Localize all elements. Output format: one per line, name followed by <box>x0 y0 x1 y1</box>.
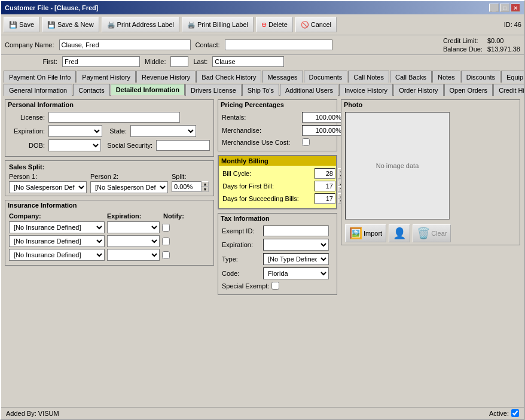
pricing-panel: Pricing Percentages Rentals: ▲ ▼ Merchan… <box>218 99 337 151</box>
tab-payment-on-file[interactable]: Payment On File Info <box>4 71 76 83</box>
person2-field[interactable]: [No Salesperson Defin...] <box>90 181 168 193</box>
tab-equipment[interactable]: Equipment <box>501 71 525 83</box>
company-name-label: Company Name: <box>5 41 54 48</box>
person1-label: Person 1: <box>9 173 87 180</box>
tab-documents[interactable]: Documents <box>304 71 348 83</box>
tax-panel: Tax Information Exempt ID: Expiration: T… <box>218 213 337 295</box>
split-field[interactable] <box>172 181 202 192</box>
cancel-icon: 🚫 <box>301 21 309 29</box>
insurance-notify-2[interactable] <box>162 238 170 245</box>
split-down[interactable]: ▼ <box>202 187 209 192</box>
tab-notes[interactable]: Notes <box>432 71 460 83</box>
balance-due-value: $13,971.38 <box>487 45 520 53</box>
state-field[interactable] <box>130 125 196 137</box>
first-name-field[interactable] <box>62 56 140 67</box>
tab-open-orders[interactable]: Open Orders <box>444 84 493 96</box>
insurance-company-1[interactable]: [No Insurance Defined] <box>9 221 105 233</box>
split-up[interactable]: ▲ <box>202 181 209 187</box>
license-field[interactable] <box>48 112 180 123</box>
tab-invoice-history[interactable]: Invoice History <box>339 84 393 96</box>
tab-general-information[interactable]: General Information <box>4 84 72 96</box>
person2-label: Person 2: <box>90 173 168 180</box>
tax-expiration-field[interactable] <box>263 239 329 251</box>
insurance-company-2[interactable]: [No Insurance Defined] <box>9 235 105 247</box>
save-new-button[interactable]: 💾 Save & New <box>42 17 99 32</box>
maximize-button[interactable]: □ <box>500 4 509 12</box>
close-button[interactable]: ✕ <box>511 4 520 12</box>
rentals-field[interactable] <box>302 112 344 123</box>
active-checkbox[interactable] <box>511 409 519 417</box>
tab-call-notes[interactable]: Call Notes <box>348 71 389 83</box>
print-billing-button[interactable]: 🖨️ Print Billing Label <box>182 17 254 32</box>
days-first-field[interactable] <box>315 181 335 191</box>
monthly-billing-body: Bill Cycle: ▲ ▼ Days for First Bill: ▲ ▼ <box>219 166 336 208</box>
insurance-expiration-2[interactable] <box>107 235 160 247</box>
insurance-expiration-1[interactable] <box>107 221 160 233</box>
tab-drivers-license[interactable]: Drivers License <box>185 84 242 96</box>
print-address-button[interactable]: 🖨️ Print Address Label <box>102 17 179 32</box>
tab-contacts[interactable]: Contacts <box>73 84 109 96</box>
clear-button[interactable]: 🗑️ Clear <box>413 224 451 242</box>
days-first-row: Days for First Bill: ▲ ▼ <box>222 181 332 191</box>
tab-ship-tos[interactable]: Ship To's <box>242 84 279 96</box>
insurance-notify-1[interactable] <box>162 224 170 232</box>
split-spinner[interactable]: ▲ ▼ <box>202 181 209 192</box>
tab-credit-history[interactable]: Credit History <box>493 84 525 96</box>
tax-code-row: Code: Florida <box>222 267 333 279</box>
tab-payment-history[interactable]: Payment History <box>77 71 136 83</box>
tax-code-label: Code: <box>222 270 261 277</box>
exempt-id-label: Exempt ID: <box>222 227 261 235</box>
active-label: Active: <box>489 410 509 417</box>
tab-revenue-history[interactable]: Revenue History <box>136 71 196 83</box>
dob-field[interactable] <box>48 139 101 151</box>
days-first-label: Days for First Bill: <box>222 182 312 190</box>
social-security-field[interactable] <box>156 140 210 151</box>
tab-additional-users[interactable]: Additional Users <box>280 84 338 96</box>
tab-order-history[interactable]: Order History <box>393 84 443 96</box>
merchandise-row: Merchandise: ▲ ▼ <box>222 125 333 136</box>
insurance-notify-header: Notify: <box>163 212 184 220</box>
insurance-expiration-3[interactable] <box>107 249 160 261</box>
insurance-title: Insurance Information <box>5 200 213 210</box>
insurance-company-3[interactable]: [No Insurance Defined] <box>9 249 105 261</box>
added-by-section: Added By: VISUM <box>6 410 59 417</box>
title-bar-controls[interactable]: _ □ ✕ <box>489 4 520 12</box>
days-succeeding-field[interactable] <box>315 193 335 204</box>
tax-type-field[interactable]: [No Type Defined] <box>263 253 329 265</box>
balance-due-label: Balance Due: <box>443 45 483 53</box>
person2-col: Person 2: [No Salesperson Defin...] <box>90 173 168 193</box>
delete-button[interactable]: ⊖ Delete <box>256 17 293 32</box>
insurance-notify-3[interactable] <box>162 251 170 259</box>
insurance-panel: Insurance Information Company: Expiratio… <box>5 200 214 266</box>
contact-field[interactable] <box>225 39 332 50</box>
tab-discounts[interactable]: Discounts <box>461 71 500 83</box>
tab-messages[interactable]: Messages <box>262 71 303 83</box>
exempt-id-field[interactable] <box>263 226 329 236</box>
expiration-label: Expiration: <box>9 127 45 135</box>
save-button[interactable]: 💾 Save <box>4 17 39 32</box>
company-name-field[interactable] <box>59 39 191 50</box>
special-exempt-checkbox[interactable] <box>271 282 279 290</box>
tax-title: Tax Information <box>218 214 337 223</box>
import-button[interactable]: 🖼️ Import <box>345 224 386 242</box>
last-name-field[interactable] <box>212 56 284 67</box>
expiration-field[interactable] <box>48 125 102 137</box>
tax-code-field[interactable]: Florida <box>263 267 329 279</box>
tab-bad-check-history[interactable]: Bad Check History <box>196 71 261 83</box>
edit-photo-button[interactable]: 👤 <box>389 224 410 242</box>
cancel-button[interactable]: 🚫 Cancel <box>295 17 337 32</box>
pricing-body: Rentals: ▲ ▼ Merchandise: ▲ ▼ <box>218 109 337 151</box>
print-billing-icon: 🖨️ <box>187 21 196 29</box>
merchandise-use-checkbox[interactable] <box>302 138 310 146</box>
minimize-button[interactable]: _ <box>489 4 499 12</box>
tab-call-backs[interactable]: Call Backs <box>390 71 432 83</box>
merchandise-field[interactable] <box>302 125 344 136</box>
person1-field[interactable]: [No Salesperson Defin...] <box>9 181 87 193</box>
tax-type-label: Type: <box>222 255 261 263</box>
toolbar: 💾 Save 💾 Save & New 🖨️ Print Address Lab… <box>1 14 524 35</box>
tax-body: Exempt ID: Expiration: Type: [No Type De… <box>218 223 337 294</box>
window-title: Customer File - [Clause, Fred] <box>5 4 98 11</box>
tab-detailed-information[interactable]: Detailed Information <box>111 84 185 96</box>
bill-cycle-field[interactable] <box>315 168 335 179</box>
middle-name-field[interactable] <box>170 56 188 67</box>
